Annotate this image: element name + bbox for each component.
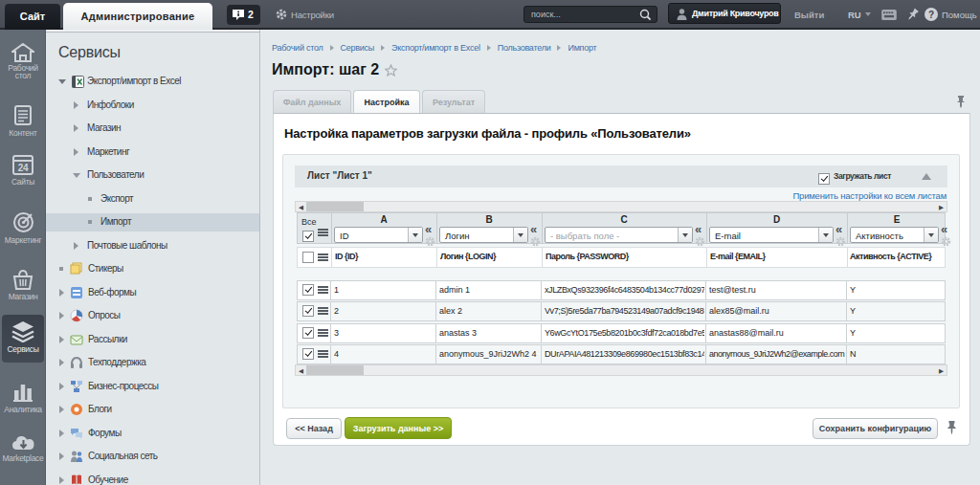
svg-text:24: 24 (18, 163, 29, 173)
svg-text:?: ? (928, 10, 934, 20)
